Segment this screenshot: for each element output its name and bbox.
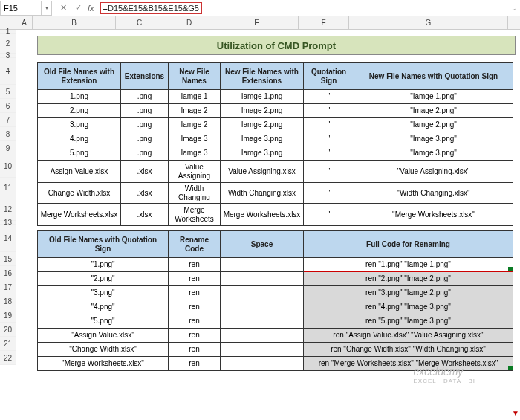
table1-cell[interactable]: Change Width.xlsx	[38, 183, 121, 204]
table1-cell[interactable]: Image 3.png	[221, 132, 304, 146]
table1-cell[interactable]: Image 3	[169, 132, 221, 146]
table1-cell[interactable]: "Iamge 3.png"	[354, 146, 513, 161]
table2-cell[interactable]	[221, 329, 304, 343]
table2-cell[interactable]	[221, 258, 304, 272]
table2-cell[interactable]	[221, 286, 304, 300]
row-header-8[interactable]: 8	[0, 127, 16, 141]
table1-cell[interactable]: "Iamge 1.png"	[354, 90, 513, 104]
row-header-17[interactable]: 17	[0, 280, 16, 294]
table1-cell[interactable]: 1.png	[38, 90, 121, 104]
table1-cell[interactable]: .xlsx	[121, 183, 169, 204]
table2-cell[interactable]: "Assign Value.xlsx"	[38, 329, 169, 343]
table2-cell[interactable]: ren "3.png" "Iamge 2.png"	[304, 286, 513, 300]
row-header-14[interactable]: 14	[0, 225, 16, 252]
table2-cell[interactable]: ren	[169, 343, 221, 357]
row-header-11[interactable]: 11	[0, 178, 16, 198]
table2-cell[interactable]: ren "1.png" "Iamge 1.png"	[304, 258, 513, 272]
table1-cell[interactable]: Iamge 1.png	[221, 90, 304, 104]
table1-cell[interactable]: "	[304, 161, 354, 183]
table2-cell[interactable]	[221, 272, 304, 286]
row-header-9[interactable]: 9	[0, 141, 16, 155]
col-header-G[interactable]: G	[349, 16, 508, 29]
table1-cell[interactable]: Width Changing	[169, 183, 221, 204]
table1-header[interactable]: New File Names with Quotation Sign	[354, 63, 513, 90]
table1-cell[interactable]: Iamge 3	[169, 146, 221, 161]
table1-cell[interactable]: Assign Value.xlsx	[38, 161, 121, 183]
fill-handle[interactable]	[508, 267, 513, 271]
table1-cell[interactable]: 3.png	[38, 118, 121, 132]
table2-cell[interactable]: ren	[169, 357, 221, 371]
table2-cell[interactable]: "3.png"	[38, 286, 169, 300]
table2-cell[interactable]: "4.png"	[38, 300, 169, 314]
table1-cell[interactable]: 5.png	[38, 146, 121, 161]
row-header-5[interactable]: 5	[0, 85, 16, 99]
table1-cell[interactable]: .png	[121, 118, 169, 132]
table2-cell[interactable]: ren	[169, 286, 221, 300]
table2-cell[interactable]	[221, 357, 304, 371]
col-header-D[interactable]: D	[163, 16, 215, 29]
table2-cell[interactable]: ren	[169, 329, 221, 343]
table1-cell[interactable]: Iamge 3.png	[221, 146, 304, 161]
row-header-6[interactable]: 6	[0, 99, 16, 113]
row-header-21[interactable]: 21	[0, 337, 16, 351]
table1-cell[interactable]: Value Assigning	[169, 161, 221, 183]
row-header-22[interactable]: 22	[0, 351, 16, 365]
namebox-dropdown-icon[interactable]: ▾	[42, 1, 52, 16]
table1-cell[interactable]: .xlsx	[121, 161, 169, 183]
col-header-C[interactable]: C	[116, 16, 163, 29]
table2-header[interactable]: Space	[221, 231, 304, 258]
table1-cell[interactable]: "	[304, 183, 354, 204]
col-header-F[interactable]: F	[299, 16, 349, 29]
table1-cell[interactable]: Iamge 2.png	[221, 118, 304, 132]
row-header-15[interactable]: 15	[0, 252, 16, 266]
row-header-19[interactable]: 19	[0, 308, 16, 323]
table1-header[interactable]: Quotation Sign	[304, 63, 354, 90]
name-box[interactable]: F15	[0, 1, 42, 16]
table1-cell[interactable]: "Width Changing.xlsx"	[354, 183, 513, 204]
table1-cell[interactable]: .png	[121, 146, 169, 161]
table2-cell[interactable]: ren "Merge Worksheets.xlsx" "Merge Works…	[304, 357, 513, 371]
table1-cell[interactable]: .png	[121, 90, 169, 104]
table2-header[interactable]: Full Code for Renaming	[304, 231, 513, 258]
table1-cell[interactable]: "Iamge 2.png"	[354, 118, 513, 132]
table1-cell[interactable]: 4.png	[38, 132, 121, 146]
table1-cell[interactable]: .xlsx	[121, 204, 169, 226]
table1-cell[interactable]: Merge Worksheets.xlsx	[221, 204, 304, 226]
table1-cell[interactable]: Image 2	[169, 104, 221, 118]
table1-cell[interactable]: Width Changing.xlsx	[221, 183, 304, 204]
table2-cell[interactable]: "1.png"	[38, 258, 169, 272]
table1-cell[interactable]: "	[304, 132, 354, 146]
table1-cell[interactable]: "	[304, 146, 354, 161]
table2-cell[interactable]: ren "Assign Value.xlsx" "Value Assigning…	[304, 329, 513, 343]
row-header-4[interactable]: 4	[0, 58, 16, 85]
table1-cell[interactable]: 2.png	[38, 104, 121, 118]
table2-cell[interactable]	[221, 300, 304, 314]
table1-cell[interactable]: Image 2.png	[221, 104, 304, 118]
row-header-7[interactable]: 7	[0, 113, 16, 127]
fx-icon[interactable]: fx	[88, 4, 94, 13]
table2-cell[interactable]: ren	[169, 258, 221, 272]
table1-cell[interactable]: Value Assigning.xlsx	[221, 161, 304, 183]
table2-header[interactable]: Rename Code	[169, 231, 221, 258]
table2-cell[interactable]: ren "Change Width.xlsx" "Width Changing.…	[304, 343, 513, 357]
table1-header[interactable]: Old File Names with Extension	[38, 63, 121, 90]
table1-cell[interactable]: Merge Worksheets.xlsx	[38, 204, 121, 226]
row-header-10[interactable]: 10	[0, 155, 16, 178]
table2-cell[interactable]: ren "5.png" "Iamge 3.png"	[304, 314, 513, 329]
table2-cell[interactable]: ren	[169, 272, 221, 286]
col-header-B[interactable]: B	[33, 16, 116, 29]
table2-cell[interactable]: ren "2.png" "Image 2.png"	[304, 272, 513, 286]
table1-cell[interactable]: Iamge 1	[169, 90, 221, 104]
table2-cell[interactable]: ren	[169, 300, 221, 314]
table1-header[interactable]: New File Names with Extensions	[221, 63, 304, 90]
table1-cell[interactable]: Merge Worksheets	[169, 204, 221, 226]
table1-cell[interactable]: "Merge Worksheets.xlsx"	[354, 204, 513, 226]
table2-cell[interactable]: "2.png"	[38, 272, 169, 286]
table2-header[interactable]: Old File Names with Quotation Sign	[38, 231, 169, 258]
formula-expand-icon[interactable]: ⌄	[508, 4, 520, 12]
table2-cell[interactable]	[221, 314, 304, 329]
table2-cell[interactable]: "5.png"	[38, 314, 169, 329]
table1-cell[interactable]: "	[304, 118, 354, 132]
table1-cell[interactable]: "Image 2.png"	[354, 104, 513, 118]
table1-cell[interactable]: "	[304, 204, 354, 226]
